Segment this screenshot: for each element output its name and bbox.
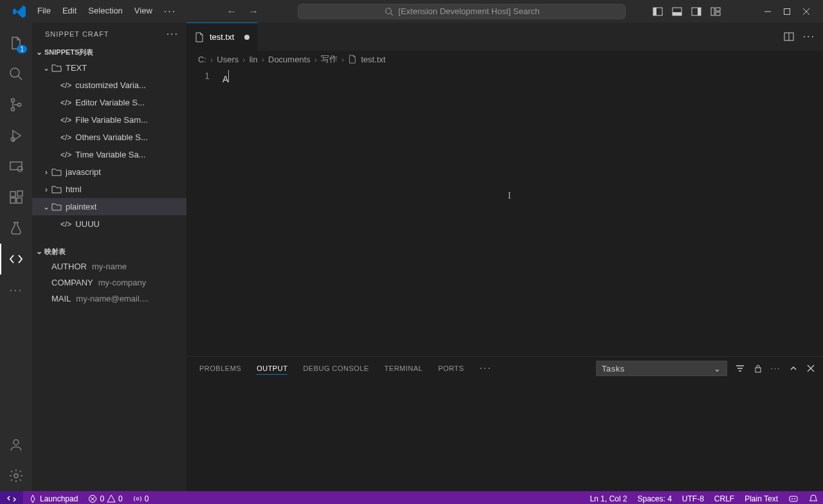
status-copilot-icon[interactable] — [783, 494, 804, 504]
activity-testing[interactable] — [0, 213, 32, 244]
svg-point-17 — [12, 99, 15, 102]
svg-rect-5 — [673, 12, 682, 15]
status-cursor-position[interactable]: Ln 1, Col 2 — [584, 494, 632, 503]
panel: PROBLEMS OUTPUT DEBUG CONSOLE TERMINAL P… — [186, 356, 823, 491]
activity-source-control[interactable] — [0, 89, 32, 120]
text-editor[interactable]: 1 A I — [186, 68, 823, 356]
layout-sidebar-left-icon[interactable] — [653, 6, 663, 17]
status-eol[interactable]: CRLF — [709, 494, 739, 503]
status-bar: Launchpad 0 0 0 Ln 1, Col 2 Spaces: 4 UT… — [0, 491, 823, 504]
activity-settings[interactable] — [0, 460, 32, 491]
layout-panel-icon[interactable] — [672, 6, 682, 17]
menu-more-icon[interactable]: ··· — [159, 3, 181, 20]
file-icon — [348, 55, 357, 64]
explorer-badge: 1 — [17, 45, 27, 53]
status-launchpad[interactable]: Launchpad — [23, 494, 83, 503]
panel-tab-debug-console[interactable]: DEBUG CONSOLE — [303, 363, 368, 374]
svg-rect-41 — [790, 496, 797, 501]
window-maximize-icon[interactable] — [783, 8, 791, 15]
svg-rect-24 — [10, 198, 15, 203]
menu-bar: File Edit Selection View ··· — [32, 3, 181, 20]
minimap[interactable] — [759, 68, 823, 356]
sidebar: SNIPPET CRAFT ··· ⌄SNIPPETS列表 ⌄ TEXT </>… — [32, 22, 186, 491]
svg-point-40 — [136, 498, 139, 500]
nav-forward-icon[interactable]: → — [248, 6, 258, 17]
title-bar: File Edit Selection View ··· ← → [Extens… — [0, 0, 823, 22]
svg-rect-34 — [755, 368, 761, 372]
editor-more-icon[interactable]: ··· — [803, 31, 815, 42]
tab-filename: test.txt — [210, 32, 234, 42]
output-channel-select[interactable]: Tasks ⌄ — [596, 361, 727, 376]
layout-customize-icon[interactable] — [710, 6, 721, 17]
tree-item[interactable]: </>UUUU — [32, 215, 186, 233]
tree-item[interactable]: </>Editor Variable S... — [32, 94, 186, 111]
status-ports[interactable]: 0 — [128, 494, 154, 503]
panel-tabs: PROBLEMS OUTPUT DEBUG CONSOLE TERMINAL P… — [186, 357, 823, 380]
nav-back-icon[interactable]: ← — [226, 6, 237, 17]
status-encoding[interactable]: UTF-8 — [677, 494, 709, 503]
activity-extensions[interactable] — [0, 182, 32, 213]
panel-tab-problems[interactable]: PROBLEMS — [199, 363, 241, 374]
sidebar-title: SNIPPET CRAFT ··· — [32, 22, 186, 45]
window-minimize-icon[interactable] — [764, 8, 772, 15]
panel-tab-terminal[interactable]: TERMINAL — [384, 363, 423, 374]
editor-content[interactable]: A — [222, 68, 823, 356]
panel-tab-ports[interactable]: PORTS — [438, 363, 464, 374]
window-close-icon[interactable] — [802, 8, 810, 15]
panel-more-actions-icon[interactable]: ··· — [771, 364, 781, 372]
tree-folder-text[interactable]: ⌄ TEXT — [32, 59, 186, 76]
filter-icon[interactable] — [735, 363, 745, 374]
svg-rect-12 — [784, 8, 790, 14]
activity-accounts[interactable] — [0, 429, 32, 460]
activity-snippet-craft[interactable] — [0, 244, 32, 274]
svg-point-15 — [10, 68, 19, 77]
remote-indicator[interactable] — [0, 491, 23, 504]
tree-item[interactable]: </>customized Varia... — [32, 76, 186, 94]
editor-tabs: test.txt ··· — [186, 22, 823, 51]
command-center[interactable]: [Extension Development Host] Search — [298, 4, 626, 19]
tree-item[interactable]: </>Others Variable S... — [32, 129, 186, 146]
svg-point-43 — [794, 498, 795, 500]
menu-view[interactable]: View — [129, 3, 158, 20]
search-placeholder: [Extension Development Host] Search — [399, 6, 540, 16]
svg-rect-25 — [17, 198, 22, 203]
tree-folder-javascript[interactable]: › javascript — [32, 163, 186, 181]
status-notifications-icon[interactable] — [804, 494, 823, 503]
menu-file[interactable]: File — [32, 3, 56, 20]
editor-tab[interactable]: test.txt — [186, 22, 258, 51]
close-panel-icon[interactable] — [806, 364, 815, 373]
mapping-row[interactable]: MAILmy-name@email.... — [32, 291, 186, 307]
activity-debug[interactable] — [0, 120, 32, 151]
mapping-row[interactable]: COMPANYmy-company — [32, 274, 186, 291]
menu-edit[interactable]: Edit — [57, 3, 82, 20]
line-number-gutter: 1 — [186, 68, 222, 356]
mapping-row[interactable]: AUTHORmy-name — [32, 258, 186, 274]
activity-remote-explorer[interactable] — [0, 151, 32, 182]
panel-tab-output[interactable]: OUTPUT — [257, 363, 287, 375]
svg-rect-9 — [716, 8, 720, 11]
sidebar-actions-icon[interactable]: ··· — [167, 28, 179, 40]
layout-sidebar-right-icon[interactable] — [691, 6, 701, 17]
activity-more[interactable]: ··· — [0, 274, 32, 305]
status-problems[interactable]: 0 0 — [83, 494, 127, 503]
section-mapping[interactable]: ⌄映射表 — [32, 244, 186, 258]
tree-item[interactable]: </>Time Variable Sa... — [32, 146, 186, 163]
activity-search[interactable] — [0, 59, 32, 89]
svg-point-19 — [18, 104, 21, 107]
tree-folder-plaintext[interactable]: ⌄ plaintext — [32, 198, 186, 215]
menu-selection[interactable]: Selection — [83, 3, 127, 20]
chevron-up-icon[interactable] — [788, 363, 799, 374]
section-snippets[interactable]: ⌄SNIPPETS列表 — [32, 45, 186, 59]
lock-icon[interactable] — [753, 363, 763, 374]
svg-point-28 — [14, 474, 18, 478]
status-language-mode[interactable]: Plain Text — [739, 494, 783, 503]
svg-rect-23 — [10, 192, 15, 197]
status-indentation[interactable]: Spaces: 4 — [632, 494, 676, 503]
breadcrumbs[interactable]: C:› Users› lin› Documents› 写作› test.txt — [186, 51, 823, 68]
svg-point-27 — [14, 440, 19, 445]
tree-folder-html[interactable]: › html — [32, 181, 186, 198]
tree-item[interactable]: </>File Variable Sam... — [32, 111, 186, 129]
activity-explorer[interactable]: 1 — [0, 28, 32, 59]
panel-more-icon[interactable]: ··· — [480, 363, 492, 374]
split-editor-icon[interactable] — [784, 32, 794, 42]
